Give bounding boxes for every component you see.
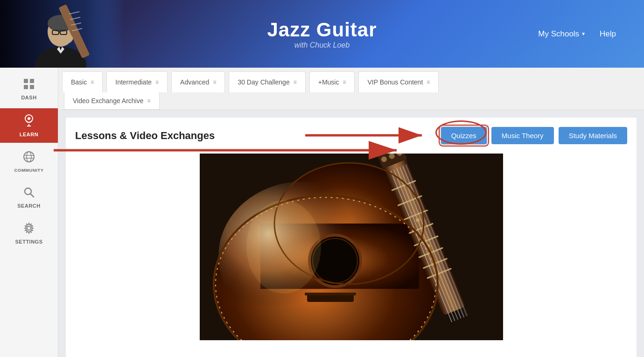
- dash-icon: [23, 78, 35, 93]
- svg-point-27: [27, 226, 31, 230]
- tab-advanced-menu-icon: ≡: [213, 79, 216, 85]
- tab-music[interactable]: +Music ≡: [309, 71, 355, 92]
- guitar-illustration: [200, 154, 503, 340]
- tab-30day[interactable]: 30 Day Challenge ≡: [229, 71, 305, 92]
- sidebar-item-search[interactable]: SEARCH: [0, 181, 58, 214]
- community-label: COMMUNITY: [14, 168, 43, 173]
- tab-intermediate[interactable]: Intermediate ≡: [106, 71, 168, 92]
- tab-30day-label: 30 Day Challenge: [238, 78, 289, 86]
- svg-rect-14: [30, 79, 34, 83]
- tab-music-menu-icon: ≡: [343, 79, 346, 85]
- svg-rect-15: [24, 85, 28, 89]
- content-area: Basic ≡ Intermediate ≡ Advanced ≡ 30 Day…: [58, 68, 644, 357]
- main-layout: DASH LEARN: [0, 68, 644, 357]
- music-theory-button[interactable]: Music Theory: [491, 127, 554, 144]
- search-label: SEARCH: [17, 203, 40, 209]
- tab-bar: Basic ≡ Intermediate ≡ Advanced ≡ 30 Day…: [58, 68, 644, 110]
- tab-30day-menu-icon: ≡: [294, 79, 297, 85]
- learn-icon: [22, 114, 35, 130]
- tab-advanced[interactable]: Advanced ≡: [171, 71, 225, 92]
- tab-vip[interactable]: VIP Bonus Content ≡: [358, 71, 439, 92]
- tab-video-exchange[interactable]: Video Exchange Archive ≡: [64, 92, 160, 110]
- annotation-arrow-svg: [301, 122, 450, 148]
- my-schools-button[interactable]: My Schools ▼: [538, 29, 586, 39]
- settings-icon: [23, 222, 35, 237]
- header-navigation: My Schools ▼ Help: [538, 29, 616, 39]
- help-link[interactable]: Help: [600, 29, 616, 39]
- quizzes-button-container: Quizzes: [441, 127, 487, 144]
- svg-point-22: [27, 152, 31, 162]
- tab-intermediate-label: Intermediate: [115, 78, 152, 86]
- svg-point-21: [24, 152, 34, 162]
- tab-vip-menu-icon: ≡: [427, 79, 430, 85]
- my-schools-dropdown-icon: ▼: [581, 31, 586, 36]
- card-actions: Quizzes Music Theory Study Materials: [441, 127, 627, 144]
- study-materials-button[interactable]: Study Materials: [559, 127, 627, 144]
- community-icon: [23, 151, 35, 166]
- svg-line-26: [31, 194, 34, 197]
- svg-rect-59: [305, 293, 356, 295]
- site-title-block: Jazz Guitar with Chuck Loeb: [267, 19, 377, 49]
- dash-label: DASH: [21, 95, 36, 100]
- tab-vip-label: VIP Bonus Content: [367, 78, 423, 86]
- guitar-image-container: [75, 154, 627, 340]
- search-icon: [23, 186, 35, 201]
- sidebar-item-learn[interactable]: LEARN: [0, 108, 58, 143]
- sidebar-item-community[interactable]: COMMUNITY: [0, 145, 58, 178]
- tab-basic-menu-icon: ≡: [91, 79, 94, 85]
- svg-rect-16: [30, 85, 34, 89]
- learn-label: LEARN: [20, 132, 38, 137]
- tab-row-secondary: Video Exchange Archive ≡: [58, 92, 644, 110]
- site-subtitle: with Chuck Loeb: [267, 41, 377, 49]
- tab-video-exchange-menu-icon: ≡: [147, 98, 151, 104]
- tab-intermediate-menu-icon: ≡: [155, 79, 159, 85]
- site-title: Jazz Guitar: [267, 19, 377, 41]
- section-title: Lessons & Video Exchanges: [75, 130, 215, 142]
- card-header: Lessons & Video Exchanges: [75, 127, 627, 144]
- sidebar-item-settings[interactable]: SETTINGS: [0, 217, 58, 250]
- tab-basic-label: Basic: [71, 78, 87, 86]
- tab-basic[interactable]: Basic ≡: [62, 71, 103, 92]
- content-card: Lessons & Video Exchanges: [66, 118, 637, 357]
- svg-point-18: [28, 117, 30, 120]
- svg-rect-13: [24, 79, 28, 83]
- settings-label: SETTINGS: [15, 239, 42, 245]
- site-header: Jazz Guitar with Chuck Loeb My Schools ▼…: [0, 0, 644, 68]
- my-schools-link[interactable]: My Schools: [538, 29, 579, 39]
- tab-video-exchange-label: Video Exchange Archive: [73, 97, 144, 105]
- main-panel: Lessons & Video Exchanges: [58, 110, 644, 357]
- tab-advanced-label: Advanced: [180, 78, 209, 86]
- svg-point-67: [246, 200, 321, 294]
- instructor-avatar: [0, 0, 124, 68]
- avatar-illustration: [0, 0, 124, 68]
- quizzes-button[interactable]: Quizzes: [441, 127, 487, 144]
- tab-row-primary: Basic ≡ Intermediate ≡ Advanced ≡ 30 Day…: [58, 68, 644, 92]
- sidebar-item-dash[interactable]: DASH: [0, 72, 58, 106]
- sidebar: DASH LEARN: [0, 68, 58, 357]
- tab-music-label: +Music: [318, 78, 339, 86]
